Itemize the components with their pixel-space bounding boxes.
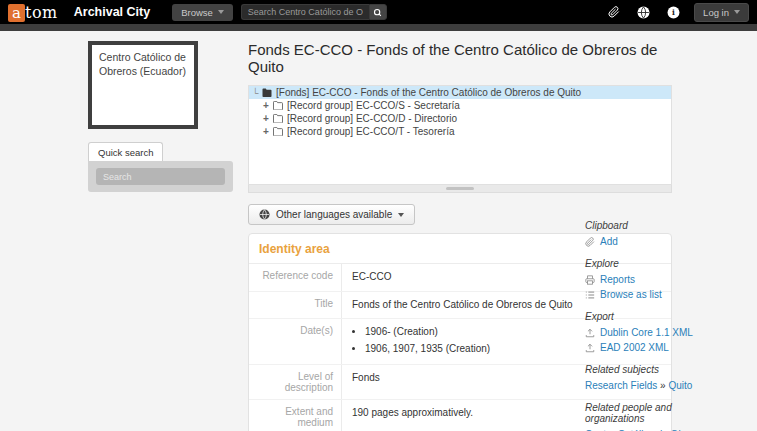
- field-label: Reference code: [249, 264, 341, 291]
- tree-node-fonds-root[interactable]: └ [Fonds] EC-CCO - Fonds of the Centro C…: [249, 86, 671, 99]
- atom-logo-a: a: [8, 4, 25, 22]
- related-subjects-heading: Related subjects: [585, 364, 750, 375]
- field-label: Date(s): [249, 319, 341, 364]
- top-navigation-bar: atom Archival City Browse i Log in: [0, 0, 757, 24]
- printer-icon: [585, 275, 595, 285]
- header-icons: i: [608, 6, 680, 19]
- tree-node-label: [Record group] EC-CCO/S - Secretaría: [287, 100, 460, 111]
- page-title: Fonds EC-CCO - Fonds of the Centro Catól…: [248, 41, 672, 75]
- dublin-core-label: Dublin Core 1.1 XML: [600, 327, 693, 338]
- login-button-label: Log in: [703, 7, 729, 18]
- tree-connector: └: [252, 88, 262, 98]
- quick-links-menu-button[interactable]: i: [667, 6, 680, 19]
- folder-icon: [273, 114, 283, 123]
- resize-handle-icon: [446, 187, 474, 190]
- dublin-core-export-link[interactable]: Dublin Core 1.1 XML: [585, 327, 750, 338]
- subject-separator: »: [660, 380, 666, 391]
- global-search-input[interactable]: [241, 4, 369, 20]
- browse-button-label: Browse: [181, 7, 213, 18]
- browse-as-list-link[interactable]: Browse as list: [585, 289, 750, 300]
- login-button[interactable]: Log in: [694, 3, 749, 22]
- tree-node-record-group[interactable]: + [Record group] EC-CCO/T - Tesorería: [249, 125, 671, 138]
- paperclip-icon: [608, 6, 620, 18]
- globe-icon: [637, 6, 650, 19]
- globe-icon: [259, 209, 270, 220]
- secondary-nav-strip: [0, 24, 757, 31]
- folder-icon: [273, 127, 283, 136]
- quito-subject-link[interactable]: Quito: [668, 380, 692, 391]
- export-upload-icon: [585, 328, 595, 338]
- repository-logo-box[interactable]: Centro Católico de Obreros (Ecuador): [88, 41, 198, 129]
- chevron-down-icon: [398, 213, 404, 217]
- list-icon: [585, 290, 595, 300]
- atom-logo[interactable]: atom: [8, 3, 58, 22]
- chevron-down-icon: [218, 10, 224, 14]
- other-languages-label: Other languages available: [276, 209, 392, 220]
- fonds-folder-icon: [262, 88, 272, 97]
- expand-plus-icon[interactable]: +: [263, 113, 273, 124]
- browse-as-list-label: Browse as list: [600, 289, 662, 300]
- related-people-heading: Related people and organizations: [585, 402, 705, 424]
- browse-button[interactable]: Browse: [172, 4, 233, 21]
- tree-node-label: [Record group] EC-CCO/D - Directorio: [287, 113, 457, 124]
- clipboard-add-link[interactable]: Add: [585, 236, 750, 247]
- quick-search-input[interactable]: [103, 172, 220, 182]
- global-search: [241, 4, 387, 20]
- clipboard-add-label: Add: [600, 236, 618, 247]
- related-subjects-item: Research Fields » Quito: [585, 380, 750, 391]
- tree-node-label: [Fonds] EC-CCO - Fonds of the Centro Cat…: [276, 87, 581, 98]
- left-sidebar: Centro Católico de Obreros (Ecuador) Qui…: [88, 41, 233, 192]
- research-fields-link[interactable]: Research Fields: [585, 380, 657, 391]
- clipboard-menu-button[interactable]: [608, 6, 620, 18]
- expand-plus-icon[interactable]: +: [263, 126, 273, 137]
- search-submit-button[interactable]: [369, 4, 387, 20]
- export-heading: Export: [585, 311, 750, 322]
- tree-node-label: [Record group] EC-CCO/T - Tesorería: [287, 126, 454, 137]
- chevron-down-icon: [734, 10, 740, 14]
- search-icon: [373, 8, 382, 17]
- field-label: Level of description: [249, 365, 341, 399]
- archival-hierarchy-treeview: └ [Fonds] EC-CCO - Fonds of the Centro C…: [248, 85, 672, 185]
- field-label: Extent and medium: [249, 400, 341, 431]
- tree-node-record-group[interactable]: + [Record group] EC-CCO/D - Directorio: [249, 112, 671, 125]
- tree-node-record-group[interactable]: + [Record group] EC-CCO/S - Secretaría: [249, 99, 671, 112]
- treeview-resize-bar[interactable]: [248, 185, 672, 193]
- svg-text:i: i: [672, 8, 675, 17]
- folder-icon: [273, 101, 283, 110]
- right-sidebar: Clipboard Add Explore Reports Browse as …: [585, 209, 750, 431]
- expand-plus-icon[interactable]: +: [263, 100, 273, 111]
- export-upload-icon: [585, 343, 595, 353]
- clipboard-heading: Clipboard: [585, 220, 750, 231]
- reports-label: Reports: [600, 274, 635, 285]
- field-label: Title: [249, 292, 341, 319]
- paperclip-icon: [585, 237, 595, 247]
- ead-export-link[interactable]: EAD 2002 XML: [585, 342, 750, 353]
- reports-link[interactable]: Reports: [585, 274, 750, 285]
- quick-search-tab: Quick search: [88, 142, 163, 161]
- other-languages-button[interactable]: Other languages available: [248, 204, 415, 225]
- site-title[interactable]: Archival City: [74, 5, 150, 19]
- explore-heading: Explore: [585, 258, 750, 269]
- info-icon: i: [667, 6, 680, 19]
- ead-label: EAD 2002 XML: [600, 342, 669, 353]
- repository-logo-label: Centro Católico de Obreros (Ecuador): [99, 51, 186, 77]
- quick-search-panel: [88, 161, 233, 192]
- language-menu-button[interactable]: [637, 6, 650, 19]
- atom-logo-text: tom: [25, 3, 58, 22]
